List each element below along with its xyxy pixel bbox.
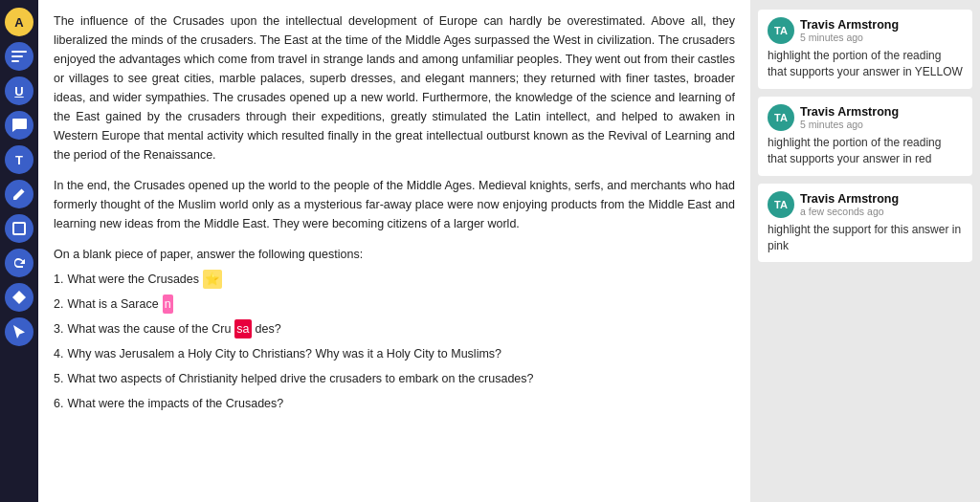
questions-section: On a blank piece of paper, answer the fo…	[54, 245, 735, 413]
comment-1-time: 5 minutes ago	[800, 32, 899, 43]
question-5-text: What two aspects of Christianity helped …	[67, 369, 533, 388]
comment-card-3: TA Travis Armstrong a few seconds ago hi…	[758, 184, 972, 263]
question-4-text: Why was Jerusalem a Holy City to Christi…	[67, 344, 501, 363]
comment-card-1: TA Travis Armstrong 5 minutes ago highli…	[758, 10, 972, 89]
comment-3-meta: Travis Armstrong a few seconds ago	[800, 192, 899, 217]
question-6-num: 6.	[54, 394, 63, 413]
paragraph-1: The influence of the Crusades upon the i…	[54, 11, 735, 164]
questions-intro: On a blank piece of paper, answer the fo…	[54, 245, 735, 264]
sidebar-icon-cursor[interactable]	[5, 317, 33, 346]
question-4-num: 4.	[54, 344, 63, 363]
comment-1-meta: Travis Armstrong 5 minutes ago	[800, 18, 899, 43]
svg-marker-4	[12, 291, 26, 304]
sidebar-icon-square[interactable]	[5, 214, 33, 243]
question-2-text: What is a Sarace	[67, 295, 158, 314]
question-2: 2. What is a Saracen	[54, 295, 735, 314]
comment-3-time: a few seconds ago	[800, 206, 899, 217]
comment-1-avatar: TA	[768, 17, 794, 44]
svg-rect-0	[11, 51, 27, 53]
svg-rect-3	[13, 223, 25, 234]
comment-card-2: TA Travis Armstrong 5 minutes ago highli…	[758, 97, 972, 176]
svg-rect-2	[11, 60, 19, 62]
comment-2-avatar: TA	[768, 104, 794, 131]
paragraph-2: In the end, the Crusades opened up the w…	[54, 176, 735, 233]
sidebar-icon-undo[interactable]	[5, 249, 33, 277]
right-panel: TA Travis Armstrong 5 minutes ago highli…	[750, 0, 980, 502]
sidebar-icon-filter[interactable]	[5, 42, 33, 71]
question-2-highlight: n	[163, 295, 173, 314]
question-2-num: 2.	[54, 295, 63, 314]
comment-2-time: 5 minutes ago	[800, 119, 899, 130]
question-1-highlight: ⭐	[203, 270, 222, 289]
comment-2-author: Travis Armstrong	[800, 105, 899, 119]
sidebar-icon-text[interactable]: T	[5, 145, 33, 174]
comment-1-body: highlight the portion of the reading tha…	[768, 48, 963, 81]
question-1-text: What were the Crusades	[67, 270, 199, 289]
question-3: 3. What was the cause of the Crusades?	[54, 319, 735, 338]
comment-1-author: Travis Armstrong	[800, 18, 899, 32]
sidebar-icon-comment[interactable]	[5, 111, 33, 140]
question-3-highlight: sa	[234, 319, 251, 338]
question-3-text-end: des?	[256, 319, 281, 338]
question-1-num: 1.	[54, 270, 63, 289]
sidebar-icon-underline[interactable]: U	[5, 76, 33, 105]
question-6-text: What were the impacts of the Crusades?	[67, 394, 283, 413]
sidebar-icon-a[interactable]: A	[5, 8, 33, 36]
question-5-num: 5.	[54, 369, 63, 388]
question-4: 4. Why was Jerusalem a Holy City to Chri…	[54, 344, 735, 363]
question-3-text: What was the cause of the Cru	[67, 319, 231, 338]
comment-1-header: TA Travis Armstrong 5 minutes ago	[768, 17, 963, 44]
comment-3-header: TA Travis Armstrong a few seconds ago	[768, 191, 963, 218]
question-5: 5. What two aspects of Christianity help…	[54, 369, 735, 388]
comment-3-author: Travis Armstrong	[800, 192, 899, 206]
comment-2-meta: Travis Armstrong 5 minutes ago	[800, 105, 899, 130]
question-3-num: 3.	[54, 319, 63, 338]
sidebar-icon-diamond[interactable]	[5, 283, 33, 312]
comment-2-header: TA Travis Armstrong 5 minutes ago	[768, 104, 963, 131]
comment-3-body: highlight the support for this answer in…	[768, 222, 963, 255]
comment-3-avatar: TA	[768, 191, 794, 218]
main-content: The influence of the Crusades upon the i…	[38, 0, 750, 502]
comment-2-body: highlight the portion of the reading tha…	[768, 135, 963, 168]
svg-rect-1	[11, 55, 23, 57]
sidebar-icon-pencil[interactable]	[5, 180, 33, 208]
question-6: 6. What were the impacts of the Crusades…	[54, 394, 735, 413]
question-1: 1. What were the Crusades ⭐	[54, 270, 735, 289]
sidebar: A U T	[0, 0, 38, 502]
